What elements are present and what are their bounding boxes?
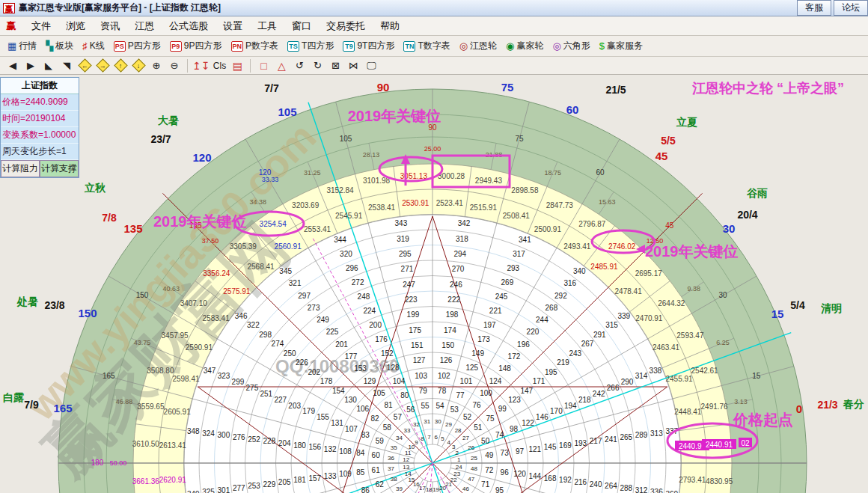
rotate-right-icon[interactable]: ◥ [58,58,75,73]
t-square-icon: TS [287,41,299,52]
svg-text:15.63: 15.63 [599,198,616,206]
menu-item-交易委托[interactable]: 交易委托 [319,17,373,35]
pan-down-icon[interactable]: ↓ [130,58,147,73]
svg-text:181: 181 [293,476,306,484]
svg-text:79: 79 [419,387,428,395]
svg-text:253: 253 [248,482,260,490]
svg-text:124: 124 [489,377,502,385]
menu-item-设置[interactable]: 设置 [216,17,250,35]
triangle-tool-icon[interactable]: △ [273,58,290,73]
toolbar-button-板块[interactable]: ▚板块 [41,38,78,54]
square-tool-icon[interactable]: □ [255,58,272,73]
pan-right-icon[interactable]: → [94,58,111,73]
svg-text:2613.41: 2613.41 [159,441,187,450]
svg-text:312: 312 [635,486,648,493]
toolbar-button-行情[interactable]: ▦行情 [3,38,41,54]
svg-text:2485.91: 2485.91 [590,263,618,271]
menu-item-窗口[interactable]: 窗口 [284,17,319,35]
edge-label-清明: 清明 [821,302,842,314]
calc-button-计算阻力[interactable]: 计算阻力 [1,160,40,177]
svg-text:228: 228 [263,437,276,445]
svg-text:342: 342 [458,219,471,227]
svg-text:297: 297 [298,292,311,300]
svg-text:2560.91: 2560.91 [275,242,302,251]
rotate-cw-icon[interactable]: ↻ [309,58,326,73]
svg-text:345: 345 [279,267,292,275]
edge-label-20/4: 20/4 [737,209,757,221]
svg-text:2448.41: 2448.41 [674,408,702,416]
menu-item-文件[interactable]: 文件 [24,17,58,35]
svg-text:250: 250 [284,349,296,358]
forum-button[interactable]: 论坛 [834,0,868,16]
calc-button-计算支撑[interactable]: 计算支撑 [40,160,79,177]
zoom-out-icon[interactable]: ⊖ [166,58,183,73]
menu-item-工具[interactable]: 工具 [250,17,284,35]
next-arrow-icon[interactable]: ▶ [22,58,39,73]
toolbar-button-六角形[interactable]: ◎六角形 [548,38,594,54]
svg-text:71: 71 [481,480,490,489]
toolbar-button-T数字表[interactable]: TNT数字表 [399,38,454,54]
pan-left-icon[interactable]: ← [76,58,93,73]
symbol-name: 上证指数 [1,78,79,94]
edge-label-大暑: 大暑 [158,114,179,126]
rotate-left-icon[interactable]: ◣ [40,58,57,73]
svg-text:53: 53 [450,405,459,414]
svg-text:30: 30 [718,291,727,299]
winner-wheel-icon: ◉ [506,41,514,52]
prev-arrow-icon[interactable]: ◀ [4,58,21,73]
svg-text:290: 290 [621,378,634,386]
menu-item-江恩[interactable]: 江恩 [127,17,162,35]
menu-item-公式选股[interactable]: 公式选股 [162,17,216,35]
svg-text:6.25: 6.25 [716,339,730,346]
toolbar-button-P四方形[interactable]: PSP四方形 [109,38,165,54]
calendar-icon[interactable]: ▤ [229,58,245,73]
menu-item-资讯[interactable]: 资讯 [93,17,127,35]
toolbar-button-赢家服务[interactable]: $赢家服务 [595,38,647,54]
p-square-icon: PS [114,41,126,52]
titlebar-buttons: 客服论坛 [797,0,868,16]
customer-service-button[interactable]: 客服 [797,0,831,16]
display-icon[interactable]: 🖵 [363,58,379,73]
rotate-ccw-icon[interactable]: ↺ [291,58,308,73]
svg-text:172: 172 [508,352,521,361]
toolbar-button-9T四方形[interactable]: T99T四方形 [338,38,399,54]
toolbar-button-江恩轮[interactable]: ◎江恩轮 [455,38,501,54]
svg-text:288: 288 [620,484,632,492]
toolbar-label: 行情 [19,40,37,52]
svg-text:151: 151 [411,341,424,349]
service-icon: $ [599,41,605,52]
svg-text:55: 55 [421,402,430,410]
edge-label-120: 120 [192,151,211,164]
svg-text:324: 324 [202,429,215,438]
parameter-panel: 上证指数 价格=2440.9099时间=20190104变换系数=1.00000… [0,77,79,178]
toolbar-button-9P四方形[interactable]: P99P四方形 [165,38,227,54]
menu-item-帮助[interactable]: 帮助 [373,17,407,35]
toolbar-button-赢家轮[interactable]: ◉赢家轮 [501,38,548,54]
zoom-in-icon[interactable]: ⊕ [148,58,165,73]
svg-text:2463.41: 2463.41 [652,343,680,352]
svg-text:340: 340 [573,267,586,275]
resize-icon[interactable]: ⋈ [345,58,361,73]
scale-icon[interactable]: ↥↧ [192,58,210,73]
svg-text:48: 48 [471,465,477,472]
toolbar-label: 9P四方形 [184,40,222,52]
svg-text:2620.91: 2620.91 [159,476,187,484]
svg-text:198: 198 [446,310,459,319]
svg-text:26: 26 [468,444,474,451]
pan-up-icon[interactable]: ↑ [112,58,129,73]
toolbar-button-K线[interactable]: ♯K线 [78,38,109,54]
toolbar-button-P数字表[interactable]: PNP数字表 [227,38,284,54]
svg-text:147: 147 [520,387,533,395]
svg-text:18.75: 18.75 [544,169,561,177]
svg-text:300: 300 [218,431,230,439]
svg-text:2455.91: 2455.91 [665,375,693,383]
toolbar-button-T四方形[interactable]: TST四方形 [283,38,338,54]
svg-text:296: 296 [346,264,358,272]
svg-text:2568.41: 2568.41 [247,263,275,271]
svg-text:316: 316 [564,279,577,287]
edge-label-立夏: 立夏 [676,116,697,128]
menu-item-浏览[interactable]: 浏览 [58,17,93,35]
fit-icon[interactable]: ⊠ [327,58,343,73]
cls-button[interactable]: Cls [211,58,227,73]
svg-text:156: 156 [309,443,322,451]
